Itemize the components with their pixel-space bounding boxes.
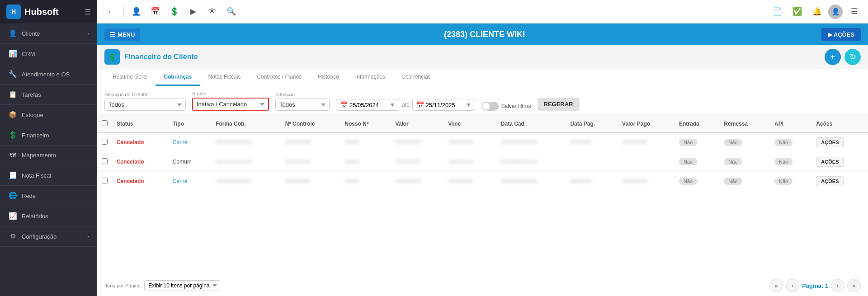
prev-page-button[interactable]: ‹ — [786, 279, 799, 292]
row-checkbox-0[interactable] — [102, 139, 108, 145]
page-info: Página: 1 — [802, 282, 828, 289]
acoes-button[interactable]: ▶ AÇÕES — [821, 28, 861, 41]
row-acoes-button-2[interactable]: AÇÕES — [816, 176, 844, 186]
date-to-input[interactable] — [426, 102, 464, 108]
next-page-button[interactable]: › — [831, 279, 844, 292]
api-tag-1: Não — [774, 158, 793, 165]
col-header-14: Ações — [811, 116, 868, 132]
nav-check-icon[interactable]: ✅ — [788, 3, 806, 20]
date-from-input[interactable] — [349, 102, 388, 108]
nav-eye-icon[interactable]: 👁 — [203, 3, 221, 20]
row-n-controle-1: XXXXXXX — [281, 152, 340, 172]
sidebar-item-mapeamento[interactable]: 🗺 Mapeamento — [0, 146, 97, 165]
filter-row: Serviços do Cliente Todos Status Inativo… — [97, 86, 868, 116]
api-tag-0: Não — [774, 139, 793, 146]
tab-tab7[interactable]: Ocorrências — [393, 69, 439, 86]
data-table-container: StatusTipoForma Cob.Nº ControleNosso NºV… — [97, 116, 868, 275]
nav-pdf-icon[interactable]: 📄 — [769, 3, 786, 20]
sidebar-rede-label: Rede — [22, 193, 36, 199]
select-all-checkbox[interactable] — [102, 120, 108, 126]
status-label: Status — [192, 91, 269, 96]
sidebar-item-atendimento[interactable]: 🔧 Atendimento e OS — [0, 64, 97, 85]
tabs-bar: Resumo GeralCobrançasNotas FiscaisContra… — [97, 69, 868, 86]
nav-search-icon[interactable]: 🔍 — [222, 3, 240, 20]
row-remessa-2: Não — [719, 172, 770, 191]
row-acoes-button-1[interactable]: AÇÕES — [816, 157, 844, 167]
entrada-tag-2: Não — [679, 178, 697, 185]
add-button[interactable]: + — [825, 49, 841, 65]
row-remessa-0: Não — [719, 132, 770, 152]
nav-right-actions: 📄 ✅ 🔔 👤 ☰ — [769, 3, 863, 20]
row-tipo-link-0[interactable]: Carnê — [173, 139, 188, 146]
col-header-12: Remessa — [719, 116, 770, 132]
back-button[interactable]: ← — [103, 3, 120, 20]
row-valor-2: XXXXXXX — [391, 172, 443, 191]
row-entrada-1: Não — [675, 152, 719, 172]
sidebar-tarefas-icon: 📋 — [8, 90, 17, 99]
nav-menu-icon[interactable]: ☰ — [845, 3, 863, 20]
tab-tab6[interactable]: Informações — [347, 69, 393, 86]
tab-tab2[interactable]: Cobranças — [156, 69, 200, 86]
nav-dollar-icon[interactable]: 💲 — [165, 3, 183, 20]
row-checkbox-2[interactable] — [102, 178, 108, 183]
sidebar-item-estoque[interactable]: 📦 Estoque — [0, 105, 97, 125]
sidebar-item-tarefas[interactable]: 📋 Tarefas — [0, 85, 97, 105]
refresh-button[interactable]: ↻ — [844, 49, 861, 65]
items-per-page-group: Itens por Página Exibir 10 itens por pág… — [104, 280, 220, 291]
sidebar-item-nota-fiscal[interactable]: 🧾 Nota Fiscal — [0, 165, 97, 186]
row-n-controle-0: XXXXXXX — [281, 132, 340, 152]
tab-tab3[interactable]: Notas Fiscais — [200, 69, 249, 86]
section-dollar-icon: 💲 — [104, 49, 120, 65]
regerar-button[interactable]: REGERAR — [538, 98, 580, 111]
nav-calendar-icon[interactable]: 📅 — [146, 3, 164, 20]
row-data-pag-0: XXXXXX — [566, 132, 618, 152]
items-per-page-select[interactable]: Exibir 10 itens por página — [144, 280, 220, 291]
row-acoes-1: AÇÕES — [811, 152, 868, 172]
tab-tab5[interactable]: Histórico — [310, 69, 347, 86]
row-tipo-0: Carnê — [168, 132, 211, 152]
status-select[interactable]: Inativo / Cancelado — [192, 98, 269, 111]
situacao-select[interactable]: Todos — [275, 99, 330, 111]
col-header-4: Nº Controle — [281, 116, 340, 132]
col-header-13: API — [770, 116, 811, 132]
tab-tab1[interactable]: Resumo Geral — [104, 69, 156, 86]
sidebar-item-configuracao[interactable]: ⚙ Configuração › — [0, 226, 97, 247]
entrada-tag-0: Não — [679, 139, 697, 146]
col-header-7: Venc — [443, 116, 496, 132]
row-api-0: Não — [770, 132, 811, 152]
sidebar-estoque-label: Estoque — [22, 112, 43, 118]
nav-play-icon[interactable]: ▶ — [184, 3, 202, 20]
row-api-2: Não — [770, 172, 811, 191]
sidebar-item-rede[interactable]: 🌐 Rede — [0, 186, 97, 206]
sidebar-item-relatorios[interactable]: 📈 Relatórios — [0, 206, 97, 226]
sidebar-item-financeiro[interactable]: 💲 Financeiro — [0, 125, 97, 146]
date-to-arrow-icon[interactable]: ▼ — [466, 102, 472, 108]
row-checkbox-1[interactable] — [102, 158, 108, 164]
row-tipo-link-2[interactable]: Carnê — [173, 178, 188, 184]
nav-bell-icon[interactable]: 🔔 — [808, 3, 826, 20]
tab-tab4[interactable]: Contratos / Planos — [249, 69, 310, 86]
save-filters-switch[interactable] — [481, 102, 499, 111]
menu-button[interactable]: ☰ MENU — [104, 28, 140, 41]
nav-person-icon[interactable]: 👤 — [127, 3, 145, 20]
sidebar-hamburger-icon[interactable]: ☰ — [85, 8, 91, 16]
nav-avatar[interactable]: 👤 — [828, 5, 843, 19]
row-nosso-n-2: XXXX — [340, 172, 391, 191]
first-page-button[interactable]: « — [769, 279, 783, 292]
situacao-select-wrap: Todos — [275, 99, 330, 111]
row-venc-1: XXXXXXX — [443, 152, 496, 172]
row-checkbox-cell-2 — [97, 172, 112, 191]
date-from-arrow-icon[interactable]: ▼ — [390, 102, 395, 108]
api-tag-2: Não — [774, 178, 793, 185]
remessa-tag-2: Não — [724, 178, 742, 185]
last-page-button[interactable]: » — [847, 279, 861, 292]
nav-separator-1 — [123, 6, 124, 17]
situacao-label: Situação — [275, 92, 330, 97]
sidebar-item-cliente[interactable]: 👤 Cliente › — [0, 23, 97, 44]
toggle-knob — [482, 103, 490, 110]
sidebar-item-crm[interactable]: 📊 CRM — [0, 44, 97, 64]
entrada-tag-1: Não — [679, 158, 697, 165]
servicos-select[interactable]: Todos — [104, 99, 186, 111]
row-forma-cob-0: XXXXXXXXXX — [211, 132, 281, 152]
row-acoes-button-0[interactable]: AÇÕES — [816, 137, 844, 147]
